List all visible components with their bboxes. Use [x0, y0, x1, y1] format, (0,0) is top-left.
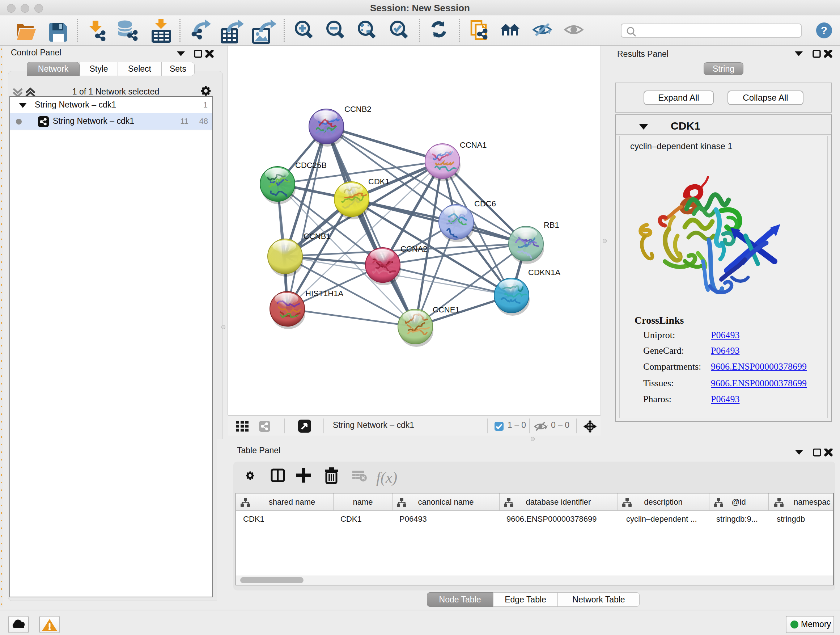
svg-text:?: ?	[821, 24, 827, 36]
svg-text:CCNA2: CCNA2	[401, 244, 428, 253]
svg-text:CDC25B: CDC25B	[295, 161, 327, 170]
svg-text:CCNB2: CCNB2	[344, 105, 371, 114]
svg-text:CCNB1: CCNB1	[303, 232, 331, 241]
svg-text:HIST1H1A: HIST1H1A	[305, 289, 343, 298]
svg-text:f(x): f(x)	[376, 469, 397, 486]
svg-text:CCNE1: CCNE1	[433, 305, 460, 314]
svg-text:CDK1: CDK1	[368, 177, 390, 186]
svg-text:CDC6: CDC6	[474, 199, 496, 208]
svg-text:CCNA1: CCNA1	[460, 141, 487, 149]
svg-text:CDKN1A: CDKN1A	[528, 268, 561, 277]
svg-text:RB1: RB1	[544, 220, 559, 230]
